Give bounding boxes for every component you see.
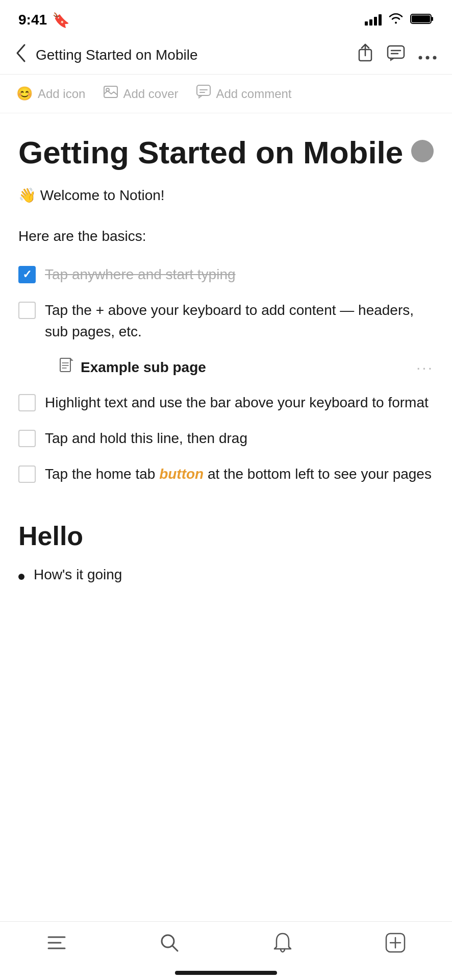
page-title-area: Getting Started on Mobile	[18, 134, 434, 172]
status-time-area: 9:41 🔖	[18, 12, 70, 29]
drag-handle[interactable]	[411, 140, 434, 162]
inline-button-link[interactable]: button	[159, 466, 204, 482]
nav-left: Getting Started on Mobile	[15, 43, 198, 67]
page-title: Getting Started on Mobile	[18, 134, 411, 172]
status-time: 9:41	[18, 12, 47, 28]
add-cover-button[interactable]: Add cover	[104, 86, 178, 102]
add-icon-label: Add icon	[38, 87, 85, 101]
comment-icon[interactable]	[387, 44, 405, 66]
basics-heading: Here are the basics:	[18, 228, 434, 244]
welcome-message: Welcome to Notion!	[40, 187, 165, 203]
checklist-text-1: Tap anywhere and start typing	[45, 264, 236, 285]
bottom-nav-add[interactable]	[380, 932, 411, 958]
hello-title: Hello	[18, 521, 434, 551]
checkbox-4[interactable]	[18, 430, 36, 447]
nav-right	[357, 43, 437, 66]
checklist-item-5: Tap the home tab button at the bottom le…	[18, 456, 434, 492]
checklist-item-2-wrapper: Tap the + above your keyboard to add con…	[18, 292, 434, 385]
bullet-text-1: How's it going	[34, 567, 122, 583]
add-icon-button[interactable]: 😊 Add icon	[16, 86, 85, 102]
checklist-item-4: Tap and hold this line, then drag	[18, 421, 434, 456]
wifi-icon	[389, 13, 403, 27]
checkbox-2[interactable]	[18, 302, 36, 319]
add-square-icon	[385, 933, 406, 958]
toolbar: 😊 Add icon Add cover Add comment	[0, 75, 452, 113]
image-icon	[104, 86, 118, 102]
wave-emoji: 👋	[18, 187, 40, 203]
svg-rect-2	[432, 17, 433, 21]
sub-page-more-icon[interactable]: ···	[416, 359, 434, 376]
share-icon[interactable]	[357, 43, 373, 66]
add-cover-label: Add cover	[123, 87, 178, 101]
checklist-text-3: Highlight text and use the bar above you…	[45, 392, 429, 413]
checklist-item-3: Highlight text and use the bar above you…	[18, 385, 434, 421]
bottom-nav-menu[interactable]	[41, 932, 72, 958]
checklist-text-2: Tap the + above your keyboard to add con…	[45, 300, 434, 342]
svg-line-23	[172, 946, 178, 951]
back-button[interactable]	[15, 43, 28, 67]
signal-icon	[365, 14, 382, 26]
add-comment-label: Add comment	[216, 87, 291, 101]
search-icon	[160, 933, 179, 957]
hello-section: Hello How's it going	[18, 521, 434, 588]
bottom-nav-search[interactable]	[154, 932, 185, 958]
svg-point-7	[419, 56, 422, 59]
emoji-icon: 😊	[16, 86, 33, 102]
checkbox-3[interactable]	[18, 394, 36, 411]
bullet-item-1: How's it going	[18, 561, 434, 588]
battery-icon	[410, 13, 434, 27]
svg-rect-15	[60, 358, 70, 372]
home-indicator	[175, 971, 277, 975]
sub-page-left: Example sub page	[59, 358, 206, 377]
svg-point-9	[433, 56, 437, 59]
bell-icon	[273, 933, 292, 958]
sub-page-icon	[59, 358, 73, 377]
checklist-text-4: Tap and hold this line, then drag	[45, 428, 247, 449]
bullet-dot	[18, 574, 24, 580]
svg-point-8	[426, 56, 430, 59]
sub-page-item[interactable]: Example sub page ···	[59, 350, 434, 385]
page-content: Getting Started on Mobile 👋 Welcome to N…	[0, 113, 452, 649]
sub-page-title: Example sub page	[81, 359, 206, 376]
bookmark-icon: 🔖	[52, 12, 70, 29]
checkbox-5[interactable]	[18, 465, 36, 483]
status-icons	[365, 13, 434, 27]
comment-add-icon	[196, 85, 211, 103]
checkbox-1[interactable]	[18, 266, 36, 283]
bottom-nav-notifications[interactable]	[267, 932, 298, 958]
svg-rect-1	[412, 15, 430, 22]
checklist-item-1: Tap anywhere and start typing	[18, 257, 434, 292]
page-nav-title: Getting Started on Mobile	[36, 47, 198, 63]
checklist-item-2: Tap the + above your keyboard to add con…	[18, 292, 434, 350]
welcome-text: 👋 Welcome to Notion!	[18, 187, 434, 204]
checklist-text-5: Tap the home tab button at the bottom le…	[45, 463, 432, 485]
checklist: Tap anywhere and start typing Tap the + …	[18, 257, 434, 492]
svg-rect-4	[388, 46, 404, 58]
status-bar: 9:41 🔖	[0, 0, 452, 36]
menu-icon	[46, 934, 67, 956]
add-comment-button[interactable]: Add comment	[196, 85, 291, 103]
more-options-icon[interactable]	[418, 46, 437, 64]
navigation-bar: Getting Started on Mobile	[0, 36, 452, 75]
